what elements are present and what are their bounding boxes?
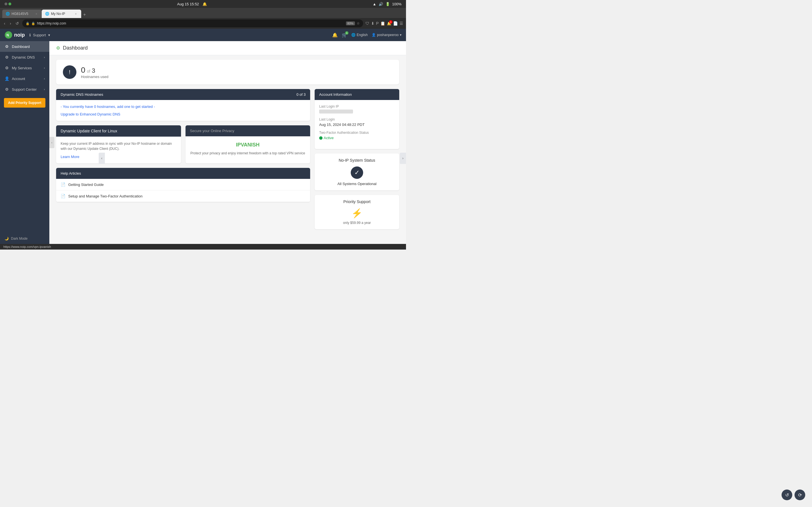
dns-card-count: 0 of 3 <box>296 93 306 97</box>
document-icon-1: 📄 <box>61 182 65 187</box>
duc-description: Keep your current IP address in sync wit… <box>61 141 176 151</box>
address-input-wrapper[interactable]: 🔒 🔒 https://my.noip.com 80% ☆ <box>22 19 363 27</box>
page-title: Dashboard <box>63 45 88 51</box>
sidebar-label-dynamic-dns: Dynamic DNS <box>12 55 35 59</box>
bell-icon[interactable]: 🔔 <box>332 33 338 38</box>
stats-total: 3 <box>92 67 95 74</box>
menu-icon[interactable]: ☰ <box>400 21 403 25</box>
ipvanish-logo-text2: VANISH <box>241 142 260 148</box>
tab-close-1[interactable]: × <box>35 12 38 16</box>
back-button[interactable]: ‹ <box>3 20 6 27</box>
carousel-prev-button[interactable]: ‹ <box>99 153 105 164</box>
sidebar-label-my-services: My Services <box>12 66 32 70</box>
forward-button[interactable]: › <box>9 20 12 27</box>
notification-icon[interactable]: 🔔 <box>202 2 207 6</box>
privacy-card-header: Secure your Online Privacy <box>186 125 310 136</box>
page-header: ⚙ Dashboard <box>49 41 406 55</box>
support-chevron: ▾ <box>48 33 50 37</box>
pocket-icon[interactable]: P <box>376 21 378 25</box>
duc-card-title: Dynamic Update Client for Linux <box>61 129 117 133</box>
privacy-card-body: IPVANISH Protect your privacy and enjoy … <box>186 136 310 161</box>
lock-icon: 🔒 <box>31 22 35 25</box>
security-icon: 🔒 <box>26 22 30 25</box>
dns-empty-message: - You currently have 0 hostnames, add on… <box>61 105 306 109</box>
priority-price: only $59.99 a year <box>319 221 395 225</box>
battery-icon: 🔋 <box>386 2 390 6</box>
support-label: Support <box>33 33 46 37</box>
sidebar-item-my-services[interactable]: ⚙ My Services › <box>0 62 49 73</box>
volume-icon: 🔊 <box>378 2 383 6</box>
tab-favicon-1: 🌐 <box>6 12 10 16</box>
dashboard-page-icon: ⚙ <box>56 45 60 51</box>
support-chevron-icon: › <box>44 88 45 91</box>
app-logo: N noip <box>4 31 25 39</box>
cart-icon[interactable]: 🛒1 <box>342 33 347 38</box>
carousel-next-button[interactable]: › <box>400 153 406 164</box>
my-services-icon: ⚙ <box>4 66 9 70</box>
download-icon[interactable]: ⬇ <box>371 21 374 25</box>
os-bar-left <box>4 3 11 5</box>
app-header: N noip ℹ Support ▾ 🔔 🛒1 🌐 English 👤 posh… <box>0 29 406 41</box>
sidebar-dark-mode[interactable]: 🌙 Dark Mode <box>0 233 49 244</box>
tab-favicon-2: 🌐 <box>45 12 49 16</box>
system-status-card: No-IP System Status ✓ All Systems Operat… <box>315 154 399 190</box>
upgrade-dns-link[interactable]: Upgrade to Enhanced Dynamic DNS <box>61 112 120 116</box>
tab-noip[interactable]: 🌐 My No-IP × <box>42 10 81 18</box>
history-icon[interactable]: 📄 <box>393 21 398 25</box>
account-info-body: Last Login IP Last Login Aug 15, 2024 04… <box>315 100 399 149</box>
sidebar-item-dynamic-dns[interactable]: ⚙ Dynamic DNS › <box>0 52 49 62</box>
sidebar-collapse-button[interactable]: ‹ <box>49 137 54 148</box>
stats-bar: ! 0 of 3 Hostnames used <box>56 60 399 84</box>
user-menu[interactable]: 👤 poshanpeeroo ▾ <box>371 33 402 37</box>
dark-mode-label: Dark Mode <box>11 237 28 240</box>
stats-of-label: of <box>87 69 90 73</box>
duc-card-body: Keep your current IP address in sync wit… <box>56 136 181 163</box>
shield-icon[interactable]: 🛡 <box>365 21 369 25</box>
moon-icon: 🌙 <box>4 237 9 240</box>
two-factor-status-badge: Active <box>319 136 334 140</box>
os-bar: Aug 15 15:52 🔔 ▲ 🔊 🔋 100% <box>0 0 406 8</box>
stats-used: 0 <box>81 66 86 74</box>
help-item-2[interactable]: 📄 Setup and Manage Two-Factor Authentica… <box>56 190 310 202</box>
tab-bar: 🌐 HG8145V5 × 🌐 My No-IP × + <box>0 8 406 18</box>
dns-card-body: - You currently have 0 hostnames, add on… <box>56 100 310 121</box>
support-nav[interactable]: ℹ Support ▾ <box>29 33 50 37</box>
stats-counts: 0 of 3 <box>81 66 109 75</box>
content-area: ⚙ Dashboard ! 0 of 3 Hostnames used <box>49 41 406 244</box>
learn-more-link[interactable]: Learn More <box>61 155 79 159</box>
language-label: English <box>357 33 368 37</box>
os-dot-1 <box>4 3 7 5</box>
sidebar: ⚙ Dashboard ⚙ Dynamic DNS › ⚙ My Service… <box>0 41 49 244</box>
account-info-header: Account Information <box>315 89 399 100</box>
sidebar-item-account[interactable]: 👤 Account › <box>0 73 49 84</box>
dns-card-header: Dynamic DNS Hostnames 0 of 3 <box>56 89 310 100</box>
sidebar-item-support-center[interactable]: ⚙ Support Center › <box>0 84 49 95</box>
address-bar: ‹ › ↺ 🔒 🔒 https://my.noip.com 80% ☆ 🛡 ⬇ … <box>0 18 406 29</box>
star-icon[interactable]: ☆ <box>357 21 360 25</box>
header-actions: 🔔 🛒1 🌐 English 👤 poshanpeeroo ▾ <box>332 33 402 38</box>
tab-hg8145v5[interactable]: 🌐 HG8145V5 × <box>2 10 42 18</box>
privacy-card: Secure your Online Privacy IPVANISH Prot… <box>186 125 310 163</box>
notification-badge[interactable]: 🔔1 <box>387 21 391 25</box>
content-right: Account Information Last Login IP Last L… <box>315 89 399 229</box>
language-selector[interactable]: 🌐 English <box>351 33 368 37</box>
support-icon: ℹ <box>29 33 31 37</box>
system-status-title: No-IP System Status <box>319 158 395 163</box>
add-priority-support-button[interactable]: Add Priority Support <box>4 98 45 108</box>
address-text[interactable]: https://my.noip.com <box>37 21 344 25</box>
two-factor-status-value: Active <box>324 136 334 140</box>
new-tab-button[interactable]: + <box>81 11 88 18</box>
status-bar: https://www.noip.com/vpn-ipvanish <box>0 244 406 249</box>
help-item-1[interactable]: 📄 Getting Started Guide <box>56 179 310 190</box>
sidebar-item-dashboard[interactable]: ⚙ Dashboard <box>0 41 49 52</box>
noip-logo-icon: N <box>4 31 12 39</box>
refresh-button[interactable]: ↺ <box>14 20 20 27</box>
sidebar-label-account: Account <box>12 76 25 81</box>
extension-icon[interactable]: 📋 <box>380 21 385 25</box>
check-circle-icon: ✓ <box>351 166 363 179</box>
operational-text: All Systems Operational <box>319 182 395 186</box>
account-icon: 👤 <box>4 76 9 81</box>
last-login-ip-value <box>319 110 353 114</box>
os-dots <box>4 3 11 5</box>
tab-close-2[interactable]: × <box>74 12 78 16</box>
